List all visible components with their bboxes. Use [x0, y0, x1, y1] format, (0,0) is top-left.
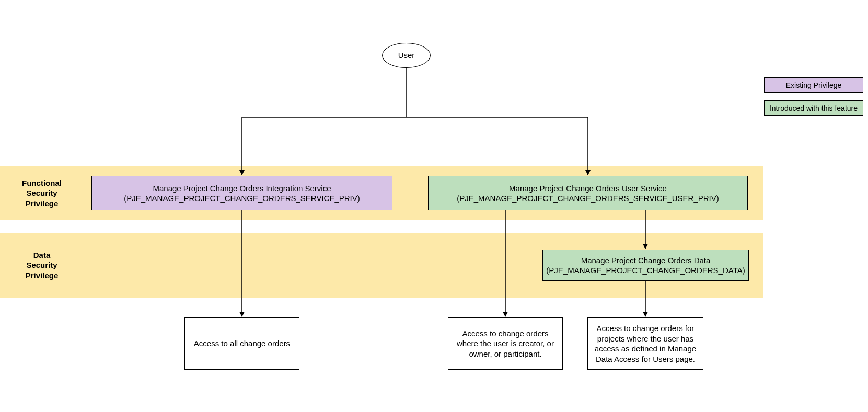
data-privilege-title: Manage Project Change Orders Data: [546, 255, 745, 266]
functional-integration-node: Manage Project Change Orders Integration…: [91, 176, 392, 210]
outcome-data-access-node: Access to change orders for projects whe…: [587, 317, 703, 370]
functional-user-code: (PJE_MANAGE_PROJECT_CHANGE_ORDERS_SERVIC…: [457, 193, 719, 204]
outcome-all-text: Access to all change orders: [194, 338, 290, 349]
functional-integration-code: (PJE_MANAGE_PROJECT_CHANGE_ORDERS_SERVIC…: [124, 193, 360, 204]
band-data-label: Data Security Privilege: [0, 233, 84, 298]
outcome-data-access-text: Access to change orders for projects whe…: [593, 323, 698, 364]
legend-existing-label: Existing Privilege: [786, 81, 842, 89]
data-privilege-code: (PJE_MANAGE_PROJECT_CHANGE_ORDERS_DATA): [546, 265, 745, 276]
outcome-user-text: Access to change orders where the user i…: [454, 328, 557, 359]
user-node-label: User: [398, 50, 415, 61]
user-node: User: [382, 43, 431, 68]
functional-user-title: Manage Project Change Orders User Servic…: [457, 183, 719, 194]
legend-introduced: Introduced with this feature: [764, 100, 863, 116]
functional-integration-title: Manage Project Change Orders Integration…: [124, 183, 360, 194]
legend-existing: Existing Privilege: [764, 77, 863, 93]
functional-user-node: Manage Project Change Orders User Servic…: [428, 176, 748, 210]
band-functional-label: Functional Security Privilege: [0, 166, 84, 220]
outcome-all-node: Access to all change orders: [184, 317, 299, 370]
data-privilege-node: Manage Project Change Orders Data (PJE_M…: [542, 250, 749, 281]
legend-introduced-label: Introduced with this feature: [770, 104, 858, 112]
outcome-user-node: Access to change orders where the user i…: [448, 317, 563, 370]
